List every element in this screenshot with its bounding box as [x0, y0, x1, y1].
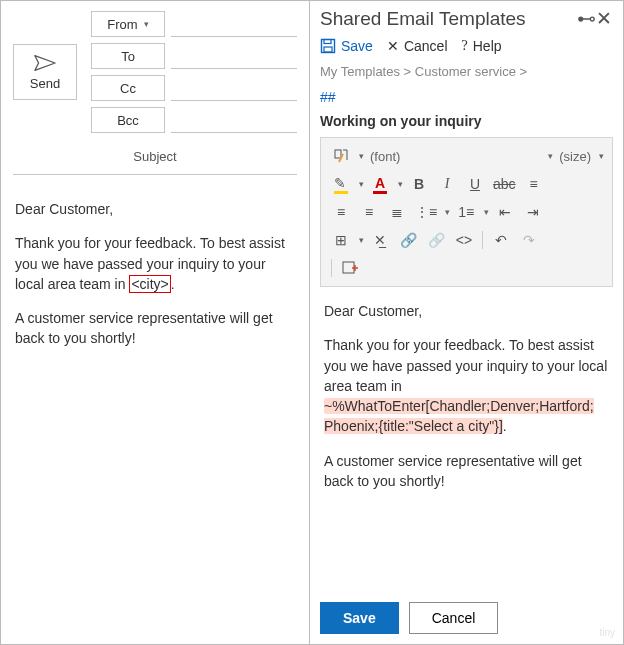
- subject-field[interactable]: Subject: [13, 143, 297, 175]
- svg-rect-2: [324, 47, 332, 52]
- tmpl-p2: A customer service representative will g…: [324, 451, 609, 492]
- pane-title: Shared Email Templates: [320, 8, 526, 30]
- undo-button[interactable]: ↶: [489, 228, 513, 252]
- save-icon: [320, 38, 336, 54]
- template-body[interactable]: Dear Customer, Thank you for your feedba…: [320, 287, 613, 596]
- whattoenter-macro[interactable]: ~%WhatToEnter[Chandler;Denver;Hartford; …: [324, 398, 594, 434]
- cancel-button[interactable]: Cancel: [409, 602, 499, 634]
- compose-body[interactable]: Dear Customer, Thank you for your feedba…: [1, 181, 309, 381]
- align-center-button[interactable]: ≡: [329, 200, 353, 224]
- chevron-down-icon[interactable]: ▾: [548, 151, 553, 161]
- insert-button[interactable]: [338, 256, 362, 280]
- from-button[interactable]: From ▾: [91, 11, 165, 37]
- chevron-down-icon[interactable]: ▾: [599, 151, 604, 161]
- italic-button[interactable]: I: [435, 172, 459, 196]
- to-button[interactable]: To: [91, 43, 165, 69]
- bcc-field[interactable]: [171, 107, 297, 133]
- unlink-button[interactable]: 🔗: [424, 228, 448, 252]
- chevron-down-icon[interactable]: ▾: [359, 151, 364, 161]
- to-field[interactable]: [171, 43, 297, 69]
- indent-button[interactable]: ⇥: [521, 200, 545, 224]
- top-help-button[interactable]: ? Help: [462, 38, 502, 54]
- compose-pane: Send From ▾ To Cc: [1, 1, 310, 644]
- highlight-button[interactable]: ✎: [329, 172, 353, 196]
- align-right-button[interactable]: ≡: [357, 200, 381, 224]
- send-button[interactable]: Send: [13, 44, 77, 100]
- close-icon[interactable]: ✕: [595, 7, 613, 30]
- cancel-icon: ✕: [387, 38, 399, 54]
- redo-button[interactable]: ↷: [517, 228, 541, 252]
- chevron-down-icon[interactable]: ▾: [484, 207, 489, 217]
- template-name[interactable]: Working on your inquiry: [320, 113, 613, 129]
- body-p1: Thank you for your feedback. To best ass…: [15, 233, 295, 294]
- code-button[interactable]: <>: [452, 228, 476, 252]
- editor-toolbar: ▾ (font) ▾ (size) ▾ ✎▾ A▾ B I U abc ≡ ≡ …: [320, 137, 613, 287]
- cc-button[interactable]: Cc: [91, 75, 165, 101]
- help-icon: ?: [462, 38, 468, 54]
- bullet-list-button[interactable]: ⋮≡: [413, 200, 439, 224]
- outdent-button[interactable]: ⇤: [493, 200, 517, 224]
- align-left-button[interactable]: ≡: [522, 172, 546, 196]
- city-placeholder: <city>: [129, 275, 170, 293]
- svg-rect-1: [324, 40, 331, 44]
- chevron-down-icon[interactable]: ▾: [398, 179, 403, 189]
- tmpl-p1: Thank you for your feedback. To best ass…: [324, 335, 609, 436]
- crumb-customerservice[interactable]: Customer service: [415, 64, 516, 79]
- strike-button[interactable]: abc: [491, 172, 518, 196]
- chevron-down-icon[interactable]: ▾: [359, 179, 364, 189]
- tmpl-greeting: Dear Customer,: [324, 301, 609, 321]
- body-greeting: Dear Customer,: [15, 199, 295, 219]
- macros-button[interactable]: [329, 144, 353, 168]
- from-field[interactable]: [171, 11, 297, 37]
- body-p2: A customer service representative will g…: [15, 308, 295, 349]
- bcc-button[interactable]: Bcc: [91, 107, 165, 133]
- cc-field[interactable]: [171, 75, 297, 101]
- shortcut-field[interactable]: ##: [320, 89, 613, 105]
- underline-button[interactable]: U: [463, 172, 487, 196]
- send-label: Send: [30, 76, 60, 91]
- bold-button[interactable]: B: [407, 172, 431, 196]
- font-color-button[interactable]: A: [368, 172, 392, 196]
- chevron-down-icon[interactable]: ▾: [359, 235, 364, 245]
- template-pane: Shared Email Templates ⊷ ✕ Save ✕ Cancel…: [310, 1, 623, 644]
- table-button[interactable]: ⊞: [329, 228, 353, 252]
- chevron-down-icon[interactable]: ▾: [445, 207, 450, 217]
- crumb-mytemplates[interactable]: My Templates: [320, 64, 400, 79]
- pin-icon[interactable]: ⊷: [577, 7, 595, 30]
- top-save-button[interactable]: Save: [320, 38, 373, 54]
- align-justify-button[interactable]: ≣: [385, 200, 409, 224]
- chevron-down-icon: ▾: [144, 19, 149, 29]
- breadcrumb: My Templates > Customer service >: [320, 64, 613, 79]
- clear-format-button[interactable]: ✕̲: [368, 228, 392, 252]
- font-select[interactable]: (font): [368, 149, 402, 164]
- top-cancel-button[interactable]: ✕ Cancel: [387, 38, 448, 54]
- svg-rect-3: [335, 150, 341, 158]
- save-button[interactable]: Save: [320, 602, 399, 634]
- number-list-button[interactable]: 1≡: [454, 200, 478, 224]
- link-button[interactable]: 🔗: [396, 228, 420, 252]
- size-select[interactable]: (size): [557, 149, 593, 164]
- send-icon: [34, 54, 56, 72]
